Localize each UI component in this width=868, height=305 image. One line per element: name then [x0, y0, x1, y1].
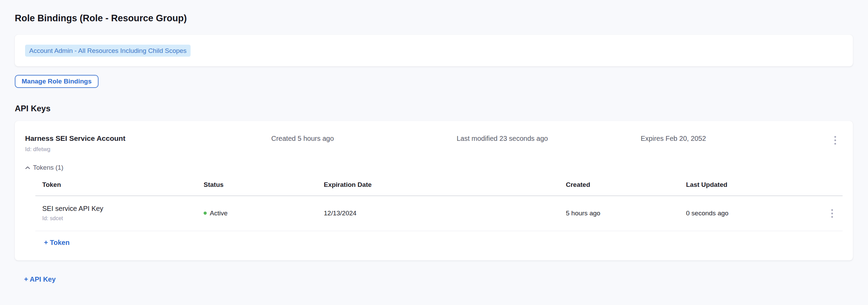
header-last-updated: Last Updated: [679, 176, 822, 195]
api-key-id: Id: dfetwg: [25, 146, 271, 153]
tokens-toggle[interactable]: Tokens (1): [25, 164, 64, 171]
api-key-header: Harness SEI Service Account Id: dfetwg C…: [25, 134, 843, 153]
header-created: Created: [559, 176, 679, 195]
api-key-expires: Expires Feb 20, 2052: [641, 134, 827, 143]
kebab-icon: [831, 209, 833, 211]
token-expiration-cell: 12/13/2024: [317, 201, 559, 226]
api-key-name-block: Harness SEI Service Account Id: dfetwg: [25, 134, 271, 153]
role-binding-chip: Account Admin - All Resources Including …: [25, 45, 191, 57]
header-token: Token: [35, 176, 197, 195]
role-bindings-title: Role Bindings (Role - Resource Group): [15, 13, 853, 24]
token-last-updated-cell: 0 seconds ago: [679, 201, 822, 226]
add-api-key-link[interactable]: + API Key: [24, 275, 56, 283]
service-account-page: Role Bindings (Role - Resource Group) Ac…: [0, 0, 868, 283]
header-status: Status: [197, 176, 317, 195]
token-id: Id: sdcet: [42, 215, 197, 222]
api-key-name: Harness SEI Service Account: [25, 134, 271, 143]
token-name-cell: SEI service API Key Id: sdcet: [35, 196, 197, 231]
token-status: Active: [210, 210, 228, 217]
chevron-up-icon: [25, 166, 30, 169]
tokens-table: Token Status Expiration Date Created Las…: [35, 176, 843, 231]
header-expiration-date: Expiration Date: [317, 176, 559, 195]
api-key-last-modified: Last modified 23 seconds ago: [457, 134, 641, 143]
tokens-table-header: Token Status Expiration Date Created Las…: [35, 176, 843, 196]
status-active-dot-icon: [204, 212, 207, 215]
token-status-cell: Active: [197, 201, 317, 226]
role-bindings-card: Account Admin - All Resources Including …: [15, 35, 853, 66]
tokens-toggle-label: Tokens (1): [33, 164, 64, 171]
token-row: SEI service API Key Id: sdcet Active 12/…: [35, 196, 843, 231]
token-name: SEI service API Key: [42, 205, 197, 213]
api-keys-title: API Keys: [15, 104, 853, 113]
manage-role-bindings-button[interactable]: Manage Role Bindings: [15, 75, 99, 88]
api-key-created: Created 5 hours ago: [271, 134, 457, 143]
kebab-icon: [834, 136, 836, 138]
add-token-link[interactable]: + Token: [44, 239, 70, 247]
api-key-menu-button[interactable]: [832, 134, 838, 147]
api-key-card: Harness SEI Service Account Id: dfetwg C…: [15, 121, 853, 260]
token-menu-button[interactable]: [829, 207, 835, 220]
token-created-cell: 5 hours ago: [559, 201, 679, 226]
